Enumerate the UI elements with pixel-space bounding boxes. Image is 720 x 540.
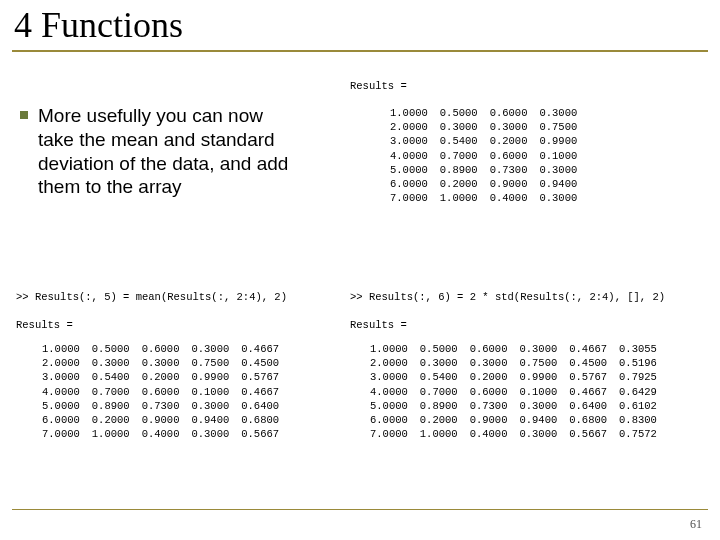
table-row: 2.00000.30000.30000.7500 [390,120,589,134]
table-cell: 0.6429 [619,385,669,399]
table-row: 1.00000.50000.60000.3000 [390,106,589,120]
table-cell: 0.2000 [470,370,520,384]
table-cell: 0.7500 [191,356,241,370]
table-cell: 0.4000 [142,427,192,441]
table-cell: 0.2000 [92,413,142,427]
table-cell: 0.2000 [420,413,470,427]
table-cell: 0.8300 [619,413,669,427]
table-cell: 0.2000 [142,370,192,384]
table-cell: 0.7000 [440,149,490,163]
table-cell: 0.6000 [142,342,192,356]
table-cell: 0.1000 [191,385,241,399]
table-cell: 0.5767 [569,370,619,384]
table-cell: 1.0000 [42,342,92,356]
table-row: 2.00000.30000.30000.75000.45000.5196 [370,356,669,370]
table-row: 3.00000.54000.20000.99000.57670.7925 [370,370,669,384]
table-cell: 5.0000 [42,399,92,413]
table-cell: 0.8900 [92,399,142,413]
table-cell: 4.0000 [390,149,440,163]
table-cell: 0.7300 [490,163,540,177]
table-cell: 0.9400 [191,413,241,427]
table-cell: 0.6400 [569,399,619,413]
table-cell: 0.9400 [539,177,589,191]
table-cell: 7.0000 [390,191,440,205]
footer-rule [12,509,708,510]
table-cell: 1.0000 [92,427,142,441]
table-cell: 0.3000 [420,356,470,370]
table-cell: 0.5767 [241,370,291,384]
table-cell: 0.4500 [569,356,619,370]
results-table-mean: 1.00000.50000.60000.30000.46672.00000.30… [42,342,291,441]
table-cell: 0.2000 [490,134,540,148]
slide-title: 4 Functions [14,4,183,46]
table-cell: 0.6000 [490,106,540,120]
table-cell: 0.3000 [519,342,569,356]
table-cell: 0.3000 [92,356,142,370]
table-cell: 0.3000 [539,191,589,205]
table-cell: 0.5000 [440,106,490,120]
table-cell: 0.7000 [420,385,470,399]
table-cell: 0.6000 [490,149,540,163]
table-row: 7.00001.00000.40000.30000.5667 [42,427,291,441]
table-cell: 0.3000 [142,356,192,370]
table-cell: 0.6102 [619,399,669,413]
table-row: 5.00000.89000.73000.3000 [390,163,589,177]
table-row: 7.00001.00000.40000.3000 [390,191,589,205]
table-row: 6.00000.20000.90000.94000.6800 [42,413,291,427]
table-cell: 0.7500 [539,120,589,134]
table-cell: 6.0000 [42,413,92,427]
table-cell: 3.0000 [370,370,420,384]
table-cell: 0.5196 [619,356,669,370]
table-cell: 0.6800 [241,413,291,427]
table-cell: 0.7500 [519,356,569,370]
table-row: 6.00000.20000.90000.9400 [390,177,589,191]
table-cell: 0.4667 [241,385,291,399]
title-underline [12,50,708,52]
table-row: 1.00000.50000.60000.30000.46670.3055 [370,342,669,356]
table-cell: 0.5000 [420,342,470,356]
table-cell: 0.3055 [619,342,669,356]
table-cell: 0.1000 [519,385,569,399]
table-cell: 0.9900 [539,134,589,148]
table-cell: 0.8900 [440,163,490,177]
table-cell: 0.3000 [539,106,589,120]
table-row: 5.00000.89000.73000.30000.6400 [42,399,291,413]
table-row: 4.00000.70000.60000.10000.4667 [42,385,291,399]
table-cell: 6.0000 [370,413,420,427]
table-cell: 0.4667 [241,342,291,356]
table-cell: 0.3000 [191,399,241,413]
table-cell: 4.0000 [370,385,420,399]
table-cell: 0.3000 [191,342,241,356]
table-cell: 0.6000 [142,385,192,399]
table-row: 1.00000.50000.60000.30000.4667 [42,342,291,356]
table-cell: 6.0000 [390,177,440,191]
table-cell: 0.9400 [519,413,569,427]
table-cell: 2.0000 [390,120,440,134]
table-cell: 0.3000 [539,163,589,177]
table-cell: 0.3000 [440,120,490,134]
table-cell: 0.5667 [241,427,291,441]
table-cell: 0.6800 [569,413,619,427]
bullet-text: More usefully you can now take the mean … [38,105,288,197]
table-cell: 0.5400 [440,134,490,148]
table-cell: 0.5667 [569,427,619,441]
table-row: 3.00000.54000.20000.9900 [390,134,589,148]
table-cell: 0.3000 [191,427,241,441]
table-cell: 0.9000 [470,413,520,427]
table-cell: 0.5400 [92,370,142,384]
table-cell: 5.0000 [370,399,420,413]
command-std: >> Results(:, 6) = 2 * std(Results(:, 2:… [350,290,665,333]
table-cell: 7.0000 [370,427,420,441]
table-cell: 1.0000 [420,427,470,441]
table-cell: 3.0000 [390,134,440,148]
page-number: 61 [690,517,702,532]
table-cell: 4.0000 [42,385,92,399]
table-cell: 0.6000 [470,385,520,399]
table-cell: 0.9900 [191,370,241,384]
table-cell: 0.7300 [470,399,520,413]
results-table-std: 1.00000.50000.60000.30000.46670.30552.00… [370,342,669,441]
table-cell: 0.3000 [470,356,520,370]
table-cell: 0.7572 [619,427,669,441]
table-row: 3.00000.54000.20000.99000.5767 [42,370,291,384]
table-cell: 0.4000 [490,191,540,205]
